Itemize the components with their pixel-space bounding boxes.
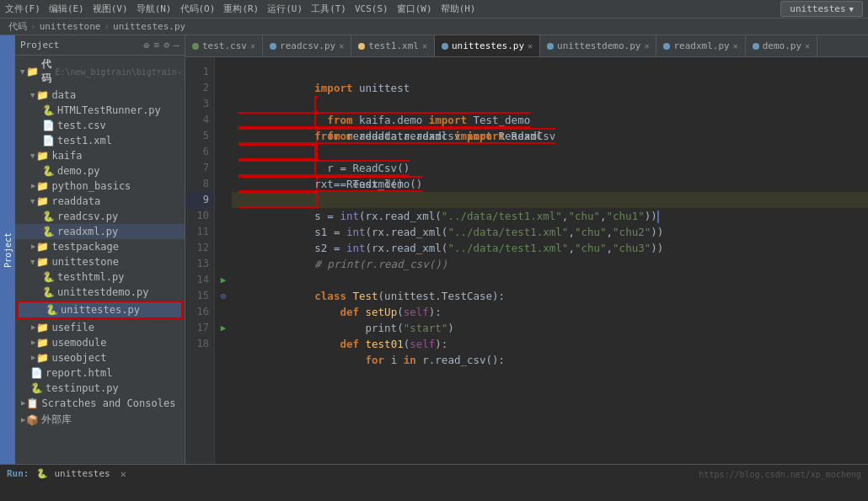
sidebar-item-useobject[interactable]: ▼ 📁 useobject — [15, 350, 185, 365]
sidebar-item-usemodule[interactable]: ▼ 📁 usemodule — [15, 335, 185, 350]
breadcrumb-code[interactable]: 代码 — [8, 20, 27, 33]
tabs-bar: test.csv ✕ readcsv.py ✕ test1.xml ✕ unit… — [185, 35, 868, 57]
tab-unittestes[interactable]: unittestes.py ✕ — [435, 35, 540, 57]
testinput-py-icon: 🐍 — [30, 382, 43, 394]
tab-unittestdemo[interactable]: unittestdemo.py ✕ — [540, 35, 656, 57]
sidebar-item-external[interactable]: ▼ 📦 外部库 — [15, 411, 185, 429]
run-label: Run: — [7, 468, 29, 479]
sidebar-item-htmltestrunner[interactable]: 🐍 HTMLTestRunner.py — [15, 103, 185, 118]
menu-vcs[interactable]: VCS(S) — [355, 3, 388, 14]
sidebar-item-kaifa[interactable]: ▼ 📁 kaifa — [15, 148, 185, 163]
scratches-icon: 📋 — [26, 397, 39, 409]
external-label: 外部库 — [41, 413, 72, 427]
sidebar-item-usefile[interactable]: ▼ 📁 usefile — [15, 320, 185, 335]
code-line-3: from readdata.readcsv import ReadCsv — [232, 96, 868, 112]
run-config-button[interactable]: unittestes ▼ — [780, 1, 863, 17]
tab-test1xml[interactable]: test1.xml ✕ — [351, 35, 435, 57]
sidebar-item-reporthtml[interactable]: 📄 report.html — [15, 365, 185, 381]
close-run-bar[interactable]: ✕ — [121, 468, 126, 480]
sidebar-item-scratches[interactable]: ▼ 📋 Scratches and Consoles — [15, 396, 185, 411]
usemodule-icon: 📁 — [36, 337, 49, 349]
demo-py-icon: 🐍 — [42, 165, 55, 177]
sidebar-gear-icon[interactable]: ⚙ — [163, 40, 169, 51]
tab-readcsvpy[interactable]: readcsv.py ✕ — [263, 35, 351, 57]
top-menu-bar: 文件(F) 编辑(E) 视图(V) 导航(N) 代码(O) 重构(R) 运行(U… — [0, 0, 868, 19]
run-file-icon: 🐍 — [36, 468, 48, 479]
xml-file-icon: 📄 — [42, 135, 55, 147]
menu-window[interactable]: 窗口(W) — [397, 3, 432, 15]
scratches-label: Scratches and Consoles — [41, 397, 175, 409]
line-numbers: 12345 678910 1112131415 161718 — [185, 57, 215, 464]
close-tab-unittestdemo[interactable]: ✕ — [644, 41, 649, 51]
menu-run[interactable]: 运行(U) — [267, 3, 303, 15]
xml-dot — [358, 43, 365, 50]
project-tab[interactable]: Project — [0, 35, 15, 464]
menu-edit[interactable]: 编辑(E) — [49, 3, 84, 15]
unittestdemo-py-icon: 🐍 — [42, 286, 55, 298]
sidebar-collapse-icon[interactable]: — — [174, 40, 179, 51]
sidebar-item-unittestdemo[interactable]: 🐍 unittestdemo.py — [15, 285, 185, 300]
sidebar-item-unittestone[interactable]: ▼ 📁 unittestone — [15, 254, 185, 269]
testpackage-icon: 📁 — [36, 241, 49, 253]
sidebar-item-testinputpy[interactable]: 🐍 testinput.py — [15, 381, 185, 396]
usefile-icon: 📁 — [36, 322, 49, 333]
menu-help[interactable]: 帮助(H) — [441, 3, 476, 15]
tab-demopy[interactable]: demo.py ✕ — [746, 35, 817, 57]
breadcrumb-file[interactable]: unittestes.py — [113, 21, 185, 32]
sidebar-item-testcsv[interactable]: 📄 test.csv — [15, 118, 185, 133]
close-tab-readxmlpy[interactable]: ✕ — [733, 41, 738, 51]
run-bar: Run: 🐍 unittestes ✕ — [0, 464, 868, 482]
kaifa-folder-icon: 📁 — [36, 150, 49, 162]
code-line-9: s = int(rx.read_xml("../data/test1.xml",… — [232, 192, 868, 208]
tab-readxmlpy[interactable]: readxml.py ✕ — [656, 35, 745, 57]
close-tab-demopy[interactable]: ✕ — [805, 41, 810, 51]
editor-area: test.csv ✕ readcsv.py ✕ test1.xml ✕ unit… — [185, 35, 868, 464]
active-py-dot — [442, 43, 448, 50]
code-lines[interactable]: import unittest from kaifa.demo import T… — [232, 57, 868, 464]
sidebar-item-testhtmlpy[interactable]: 🐍 testhtml.py — [15, 269, 185, 285]
menu-tools[interactable]: 工具(T) — [311, 3, 346, 15]
tree-root-item[interactable]: ▼ 📁 代码 E:\new_bigtrain\bigtrain-... — [15, 56, 185, 88]
close-tab-test1xml[interactable]: ✕ — [422, 41, 427, 51]
report-html-icon: 📄 — [30, 367, 43, 379]
csv-file-icon: 📄 — [42, 120, 55, 131]
sidebar-item-test1xml[interactable]: 📄 test1.xml — [15, 133, 185, 148]
breadcrumb-folder[interactable]: unittestone — [40, 21, 101, 32]
sidebar-add-icon[interactable]: ⊕ — [143, 40, 149, 51]
close-tab-unittestes[interactable]: ✕ — [528, 41, 533, 51]
demo-py-dot2 — [547, 43, 554, 50]
breadcrumb-bar: 代码 › unittestone › unittestes.py — [0, 19, 868, 35]
menu-code[interactable]: 代码(O) — [180, 3, 216, 15]
readdata-folder-icon: 📁 — [36, 195, 49, 207]
close-tab-testcsv[interactable]: ✕ — [250, 41, 255, 51]
sidebar-header: Project ⊕ ≡ ⚙ — — [15, 35, 185, 56]
readxml-py-dot — [663, 43, 670, 50]
menu-nav[interactable]: 导航(N) — [137, 3, 172, 15]
run-gutter-14[interactable]: ▶ — [215, 272, 232, 288]
folder-icon: 📁 — [26, 66, 39, 77]
sidebar-item-data[interactable]: ▼ 📁 data — [15, 88, 185, 103]
code-line-1: import unittest — [232, 64, 868, 80]
sidebar-sync-icon[interactable]: ≡ — [154, 40, 160, 51]
sidebar-item-readxmlpy[interactable]: 🐍 readxml.py — [15, 224, 185, 239]
sidebar-item-demopy[interactable]: 🐍 demo.py — [15, 163, 185, 179]
run-gutter-17[interactable]: ▶ — [215, 320, 232, 336]
code-line-14: class Test(unittest.TestCase): — [232, 272, 868, 288]
python-basics-icon: 📁 — [36, 180, 49, 192]
csv-dot — [192, 43, 199, 50]
sidebar-item-unittestes[interactable]: 🐍 unittestes.py — [17, 301, 183, 319]
menu-refactor[interactable]: 重构(R) — [223, 3, 259, 15]
menu-file[interactable]: 文件(F) — [5, 3, 40, 15]
run-config-label: unittestes — [790, 3, 845, 14]
sidebar-item-python-basics[interactable]: ▼ 📁 python_basics — [15, 179, 185, 194]
bookmark-15[interactable]: ⊙ — [215, 288, 232, 304]
external-icon: 📦 — [26, 414, 39, 426]
sidebar-item-testpackage[interactable]: ▼ 📁 testpackage — [15, 239, 185, 254]
unittestone-folder-icon: 📁 — [36, 256, 49, 268]
tab-testcsv[interactable]: test.csv ✕ — [185, 35, 263, 57]
menu-view[interactable]: 视图(V) — [93, 3, 128, 15]
sidebar-item-readcsvpy[interactable]: 🐍 readcsv.py — [15, 209, 185, 224]
sidebar-item-readdata[interactable]: ▼ 📁 readdata — [15, 194, 185, 209]
demo-py-dot3 — [753, 43, 759, 50]
close-tab-readcsvpy[interactable]: ✕ — [339, 41, 344, 51]
